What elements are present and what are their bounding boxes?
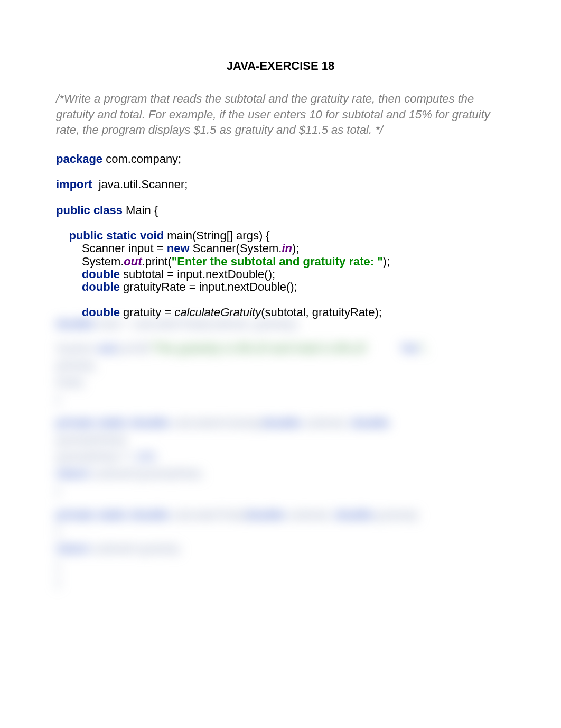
code-text: calculateGratuity( xyxy=(169,416,263,429)
code-text: gratuity, xyxy=(56,358,97,372)
code-text: .printf( xyxy=(116,342,149,355)
code-text: total); xyxy=(56,375,85,389)
code-text: private static double xyxy=(56,508,169,521)
code-text: return xyxy=(56,467,90,480)
code-text: Main { xyxy=(123,204,158,217)
code-text: System. xyxy=(56,342,98,355)
code-text: double xyxy=(56,317,94,330)
code-text: 100 xyxy=(135,450,155,463)
code-text: Scanner(System. xyxy=(190,242,282,255)
string-literal: "Enter the subtotal and gratuity rate: " xyxy=(172,255,383,268)
code-text: double xyxy=(351,416,389,429)
code-text: main(String[] args) { xyxy=(164,229,270,242)
static-field: in xyxy=(282,242,292,255)
code-text: return xyxy=(56,542,90,555)
static-field: out xyxy=(124,255,142,268)
keyword: package xyxy=(56,152,102,165)
keyword: double xyxy=(56,280,120,293)
code-text: private static double xyxy=(56,416,169,429)
keyword: public static void xyxy=(56,229,164,242)
code-text: gratuityRate = input.nextDouble(); xyxy=(120,280,297,293)
code-text: %n xyxy=(401,342,418,355)
page-title: JAVA-EXERCISE 18 xyxy=(56,59,505,73)
code-text: out xyxy=(98,342,116,355)
code-text: System. xyxy=(56,255,124,268)
code-text: .print( xyxy=(142,255,172,268)
code-text: calculateTotal xyxy=(133,317,203,330)
code-comment: /*Write a program that reads the subtota… xyxy=(56,91,505,138)
code-text: gratuityRate /= xyxy=(56,450,135,463)
code-text: ; xyxy=(155,450,158,463)
code-text: gratuityRate){ xyxy=(56,433,126,446)
code-block: package com.company; import java.util.Sc… xyxy=(56,153,505,319)
code-text: calculateTotal( xyxy=(169,508,247,521)
code-text: com.company; xyxy=(102,152,181,165)
code-text: double xyxy=(335,508,373,521)
code-text: (subtotal, gratuity); xyxy=(203,317,299,330)
code-text: ", xyxy=(418,342,427,355)
keyword: import xyxy=(56,178,92,191)
code-text: java.util.Scanner; xyxy=(92,178,188,191)
keyword: public class xyxy=(56,204,123,217)
code-text: } xyxy=(56,484,60,497)
document-page: JAVA-EXERCISE 18 /*Write a program that … xyxy=(0,0,561,728)
code-text: ); xyxy=(383,255,390,268)
code-text: gratuity) xyxy=(373,508,418,521)
code-text: subtotal*gratuityRate; xyxy=(90,467,204,480)
keyword: new xyxy=(167,242,190,255)
code-text: subtotal, xyxy=(285,508,335,521)
code-text: total = xyxy=(94,317,133,330)
code-text: double xyxy=(263,416,301,429)
code-text: Scanner input = xyxy=(56,242,167,255)
keyword: double xyxy=(56,268,120,281)
code-text: } xyxy=(56,559,60,572)
code-text: subtotal, xyxy=(301,416,351,429)
blurred-code: double total = calculateTotal(subtotal, … xyxy=(56,316,505,591)
blurred-preview: double total = calculateTotal(subtotal, … xyxy=(56,316,505,591)
code-text: ); xyxy=(292,242,299,255)
code-text: "The gratuity is $%.2f and total is $%.2… xyxy=(149,342,366,355)
code-text: subtotal+gratuity; xyxy=(90,542,182,555)
code-text: } xyxy=(56,392,60,406)
code-text: subtotal = input.nextDouble(); xyxy=(120,268,275,281)
code-text: double xyxy=(247,508,285,521)
code-text: } xyxy=(56,575,60,588)
code-text: { xyxy=(56,525,60,538)
